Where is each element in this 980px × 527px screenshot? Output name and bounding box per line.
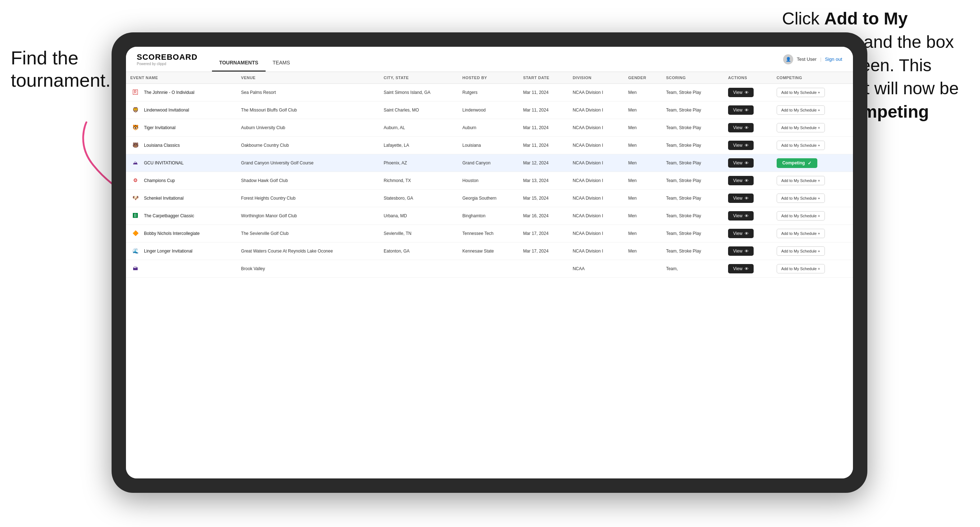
table-row: 🌊 Linger Longer Invitational Great Water… [126, 243, 853, 260]
divider: | [820, 57, 821, 62]
td-event-name: 🌊 Linger Longer Invitational [126, 243, 237, 260]
col-start-date: START DATE [519, 72, 568, 84]
add-to-schedule-button[interactable]: Add to My Schedule + [777, 246, 825, 256]
td-event-name: 🐻 Louisiana Classics [126, 137, 237, 154]
add-to-schedule-button[interactable]: Add to My Schedule + [777, 194, 825, 203]
td-gender: Men [624, 207, 662, 225]
view-button[interactable]: View 👁 [728, 246, 754, 256]
col-gender: GENDER [624, 72, 662, 84]
add-to-schedule-button[interactable]: Add to My Schedule + [777, 211, 825, 221]
td-division: NCAA Division I [568, 172, 624, 190]
td-start-date: Mar 12, 2024 [519, 154, 568, 172]
add-to-schedule-button[interactable]: Add to My Schedule + [777, 264, 825, 273]
add-to-schedule-button[interactable]: Add to My Schedule + [777, 141, 825, 150]
table-row: ⚙ Champions Cup Shadow Hawk Golf Club Ri… [126, 172, 853, 190]
view-label: View [733, 143, 743, 148]
view-button[interactable]: View 👁 [728, 88, 754, 97]
annotation-left: Find the tournament. [11, 47, 111, 92]
add-to-schedule-button[interactable]: Add to My Schedule + [777, 176, 825, 185]
td-gender: Men [624, 119, 662, 137]
competing-label: Competing [783, 160, 805, 165]
eye-icon: 👁 [745, 231, 749, 236]
td-competing: Add to My Schedule + [772, 225, 853, 243]
table-row: ⛰ GCU INVITATIONAL Grand Canyon Universi… [126, 154, 853, 172]
view-label: View [733, 249, 743, 254]
team-logo: 🔶 [130, 229, 140, 238]
td-actions: View 👁 [724, 207, 772, 225]
td-venue: Forest Heights Country Club [237, 190, 379, 207]
team-logo: ⚙ [130, 176, 140, 186]
view-button[interactable]: View 👁 [728, 141, 754, 150]
view-button[interactable]: View 👁 [728, 229, 754, 238]
td-hosted-by: Binghamton [458, 207, 519, 225]
view-button[interactable]: View 👁 [728, 158, 754, 168]
col-division: DIVISION [568, 72, 624, 84]
td-venue: Grand Canyon University Golf Course [237, 154, 379, 172]
eye-icon: 👁 [745, 267, 749, 271]
td-city-state: Lafayette, LA [379, 137, 458, 154]
competing-button[interactable]: Competing ✓ [777, 158, 818, 168]
td-event-name: 🅁 The Johnnie - O Individual [126, 84, 237, 102]
view-button[interactable]: View 👁 [728, 211, 754, 221]
table-row: 🅁 The Johnnie - O Individual Sea Palms R… [126, 84, 853, 102]
add-to-schedule-button[interactable]: Add to My Schedule + [777, 229, 825, 238]
view-button[interactable]: View 👁 [728, 105, 754, 115]
td-gender: Men [624, 154, 662, 172]
check-icon: ✓ [808, 160, 811, 166]
team-logo: 🐶 [130, 193, 140, 203]
view-button[interactable]: View 👁 [728, 264, 754, 273]
td-hosted-by: Houston [458, 172, 519, 190]
event-name-text: Bobby Nichols Intercollegiate [144, 230, 200, 237]
td-division: NCAA Division I [568, 154, 624, 172]
col-event-name: EVENT NAME [126, 72, 237, 84]
view-button[interactable]: View 👁 [728, 176, 754, 185]
eye-icon: 👁 [745, 161, 749, 165]
eye-icon: 👁 [745, 143, 749, 148]
td-scoring: Team, Stroke Play [662, 102, 724, 119]
eye-icon: 👁 [745, 108, 749, 112]
td-scoring: Team, Stroke Play [662, 154, 724, 172]
add-to-schedule-button[interactable]: Add to My Schedule + [777, 123, 825, 132]
view-label: View [733, 125, 743, 130]
td-actions: View 👁 [724, 119, 772, 137]
col-scoring: SCORING [662, 72, 724, 84]
sign-out-link[interactable]: Sign out [825, 57, 842, 62]
td-venue: Sea Palms Resort [237, 84, 379, 102]
td-scoring: Team, Stroke Play [662, 207, 724, 225]
tab-tournaments[interactable]: TOURNAMENTS [212, 60, 266, 71]
view-button[interactable]: View 👁 [728, 194, 754, 203]
eye-icon: 👁 [745, 214, 749, 218]
td-city-state: Statesboro, GA [379, 190, 458, 207]
td-event-name: 🏔 [126, 260, 237, 278]
event-name-text: The Carpetbagger Classic [144, 213, 194, 219]
table-row: 🏔 Brook Valley NCAA Team, View 👁 Add to … [126, 260, 853, 278]
add-to-schedule-button[interactable]: Add to My Schedule + [777, 105, 825, 115]
td-competing: Add to My Schedule + [772, 137, 853, 154]
event-name-text: Schenkel Invitational [144, 195, 183, 202]
add-to-schedule-button[interactable]: Add to My Schedule + [777, 88, 825, 97]
col-venue: VENUE [237, 72, 379, 84]
td-actions: View 👁 [724, 84, 772, 102]
td-city-state: Saint Charles, MO [379, 102, 458, 119]
td-division: NCAA Division I [568, 190, 624, 207]
td-gender: Men [624, 137, 662, 154]
view-button[interactable]: View 👁 [728, 123, 754, 132]
view-label: View [733, 160, 743, 165]
col-hosted-by: HOSTED BY [458, 72, 519, 84]
td-scoring: Team, Stroke Play [662, 137, 724, 154]
td-venue: Shadow Hawk Golf Club [237, 172, 379, 190]
tournaments-table: EVENT NAME VENUE CITY, STATE HOSTED BY S… [126, 72, 853, 278]
eye-icon: 👁 [745, 90, 749, 95]
td-start-date: Mar 15, 2024 [519, 190, 568, 207]
topbar-right: 👤 Test User | Sign out [783, 54, 842, 64]
tab-teams[interactable]: TEAMS [266, 60, 297, 71]
view-label: View [733, 266, 743, 271]
event-name-text: Lindenwood Invitational [144, 107, 189, 113]
table-row: 🔶 Bobby Nichols Intercollegiate The Sevi… [126, 225, 853, 243]
td-start-date: Mar 17, 2024 [519, 243, 568, 260]
team-logo: 🅁 [130, 87, 140, 97]
td-gender: Men [624, 84, 662, 102]
eye-icon: 👁 [745, 125, 749, 130]
td-start-date: Mar 11, 2024 [519, 119, 568, 137]
td-hosted-by: Georgia Southern [458, 190, 519, 207]
